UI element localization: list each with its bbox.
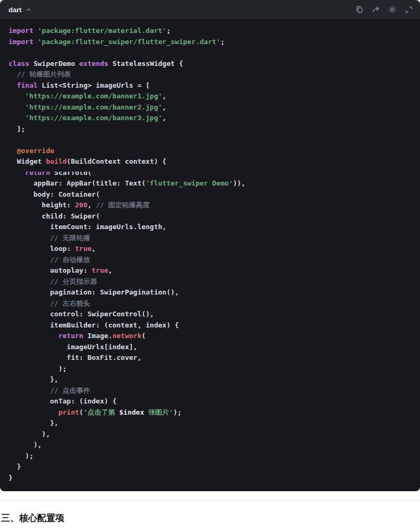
code-line: // 点击事件 (8, 385, 412, 397)
code-toolbar (355, 5, 413, 14)
code-line: itemBuilder: (context, index) { (8, 320, 412, 331)
code-line: import 'package:flutter/material.dart'; (8, 26, 412, 37)
expand-button[interactable] (404, 5, 413, 14)
language-collapse-toggle[interactable]: dart (8, 6, 32, 14)
code-line: return Image.network( (8, 331, 412, 342)
code-line: // 自动播放 (8, 255, 412, 266)
chevron-up-icon (25, 6, 32, 13)
code-line: ); (8, 451, 412, 462)
sun-brightness-icon (388, 5, 397, 14)
code-line: class SwiperDemo extends StatelessWidget… (8, 58, 412, 70)
code-block-header: dart (0, 0, 420, 19)
code-line: 'https://example.com/banner2.jpg', (8, 102, 412, 113)
code-line: Widget build(BuildContext context) { (8, 156, 412, 167)
code-line: } (8, 461, 412, 473)
code-line: }, (8, 418, 412, 429)
code-line: final List<String> imageUrls = [ (8, 80, 412, 91)
forward-arrow-icon (372, 5, 380, 14)
code-line: // 无限轮播 (8, 233, 412, 244)
code-line: // 左右箭头 (8, 298, 412, 309)
code-line: print('点击了第 $index 张图片'); (8, 407, 412, 418)
code-line: 'https://example.com/banner1.jpg', (8, 91, 412, 102)
code-line (8, 134, 412, 146)
code-line: onTap: (index) { (8, 396, 412, 407)
code-line: @override (8, 146, 412, 157)
code-line: child: Swiper( (8, 211, 412, 222)
section-divider (0, 500, 420, 501)
code-line: 'https://example.com/banner3.jpg', (8, 113, 412, 124)
code-line: ]; (8, 124, 412, 135)
code-line: control: SwiperControl(), (8, 309, 412, 320)
copy-button[interactable] (355, 5, 364, 14)
code-line: appBar: AppBar(title: Text('flutter_swip… (8, 178, 412, 189)
code-line: ), (8, 440, 412, 451)
code-line: } (8, 473, 412, 484)
code-line: height: 200, // 固定轮播高度 (8, 200, 412, 211)
code-line: ), (8, 429, 412, 440)
code-line: itemCount: imageUrls.length, (8, 222, 412, 233)
code-line (8, 47, 412, 58)
code-line: pagination: SwiperPagination(), (8, 287, 412, 298)
code-line: // 轮播图片列表 (8, 69, 412, 80)
code-line: loop: true, (8, 243, 412, 255)
code-line: ); (8, 364, 412, 375)
code-line: fit: BoxFit.cover, (8, 352, 412, 364)
code-line: imageUrls[index], (8, 342, 412, 353)
code-line: body: Container( (8, 189, 412, 200)
forward-button[interactable] (371, 5, 380, 14)
code-line: autoplay: true, (8, 265, 412, 276)
code-line: return Scaffold( (8, 167, 412, 179)
section-heading: 三、核心配置项 (1, 512, 420, 525)
code-line: }, (8, 374, 412, 385)
code-line: import 'package:flutter_swiper/flutter_s… (8, 37, 412, 48)
expand-fullscreen-icon (405, 5, 413, 14)
code-line: // 分页指示器 (8, 276, 412, 288)
language-label: dart (8, 6, 22, 14)
theme-toggle-button[interactable] (388, 5, 397, 14)
copy-icon (355, 5, 364, 14)
code-content: import 'package:flutter/material.dart';i… (0, 19, 420, 491)
code-block-card: dart (0, 0, 420, 491)
